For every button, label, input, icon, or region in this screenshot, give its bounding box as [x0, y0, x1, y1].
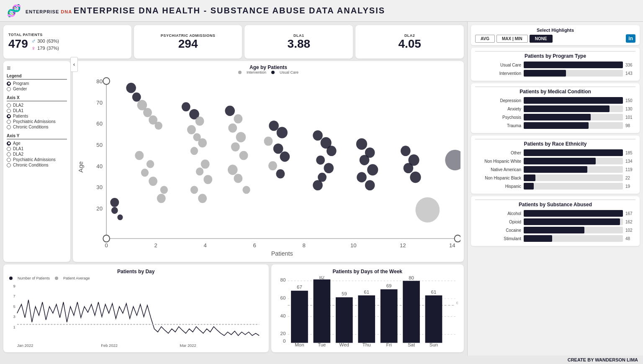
svg-text:20: 20: [96, 205, 103, 212]
svg-text:80: 80: [96, 78, 103, 85]
svg-point-50: [231, 142, 240, 151]
svg-text:2: 2: [154, 242, 157, 248]
svg-rect-116: [380, 289, 397, 343]
track-psychosis: [524, 114, 623, 120]
week-svg: 80 60 40 20 0: [277, 276, 458, 349]
svg-point-80: [445, 150, 460, 170]
axisx-dla2[interactable]: DLA2: [7, 103, 67, 108]
btn-avg[interactable]: AVG: [475, 35, 495, 43]
svg-text:0: 0: [105, 242, 108, 248]
value-opioid: 162: [625, 220, 635, 224]
substance-section-title: Patients by Substance Abused: [475, 200, 635, 208]
value-nonhispblack: 22: [625, 176, 635, 180]
hamburger-icon[interactable]: ≡: [7, 64, 67, 72]
svg-text:Thu: Thu: [362, 343, 370, 347]
left-panel: TOTAL PATIENTS 479 ♂ 300 (63%) ♀ 179 (37…: [0, 22, 467, 356]
btn-max-min[interactable]: MAX | MIN: [496, 35, 528, 43]
axisx-psych[interactable]: Psychiatric Admissions: [7, 119, 67, 124]
track-usual-care: [524, 62, 623, 68]
svg-text:3: 3: [13, 314, 15, 319]
legend-gender[interactable]: Gender: [7, 87, 67, 91]
axisx-patients[interactable]: Patients: [7, 114, 67, 118]
label-trauma: Trauma: [475, 123, 521, 128]
bar-row-nonhispblack: Non Hispanic Black 22: [475, 174, 635, 181]
track-alcohol: [524, 210, 623, 217]
bar-row-trauma: Trauma 98: [475, 122, 635, 129]
label-alcohol: Alcohol: [475, 211, 521, 216]
svg-text:14: 14: [449, 242, 455, 248]
bar-row-depression: Depression 150: [475, 97, 635, 104]
kpi-dla1-value: 3.88: [249, 38, 348, 51]
line-chart-legend: Number of Patients Patient Average: [9, 276, 263, 280]
svg-text:Wed: Wed: [339, 343, 349, 347]
svg-text:Sun: Sun: [429, 343, 437, 347]
svg-text:Age: Age: [77, 161, 84, 173]
fill-hispanic: [524, 183, 534, 190]
label-nonhispblack: Non Hispanic Black: [475, 176, 521, 180]
svg-point-82: [103, 235, 110, 242]
label-other: Other: [475, 151, 521, 155]
kpi-dla2-value: 4.05: [360, 38, 459, 51]
axisx-chronic[interactable]: Chronic Conditions: [7, 125, 67, 129]
radio-dla1-x: [7, 109, 11, 113]
label-stimulant: Stimulant: [475, 236, 521, 241]
btn-none[interactable]: NONE: [530, 35, 553, 43]
svg-point-46: [225, 106, 235, 116]
axisy-dla1[interactable]: DLA1: [7, 146, 67, 151]
track-opioid: [524, 218, 623, 225]
medical-section-title: Patients by Medical Condition: [475, 87, 635, 95]
line-avg-dot: [55, 277, 58, 280]
scatter-legend: Intervention Usual Care: [76, 70, 460, 74]
svg-point-71: [360, 155, 370, 165]
svg-point-30: [141, 169, 149, 177]
svg-point-21: [117, 215, 123, 220]
axisy-psych[interactable]: Psychiatric Admissions: [7, 157, 67, 162]
svg-rect-113: [358, 295, 375, 343]
linkedin-icon[interactable]: in: [626, 34, 635, 43]
svg-text:Mar 2022: Mar 2022: [180, 343, 196, 348]
svg-point-39: [198, 138, 207, 148]
line-chart-area: 9 7 5 3 1 Jan 2022 Feb 2022 Mar 2022: [9, 282, 263, 349]
svg-point-33: [157, 194, 166, 203]
axisy-chronic[interactable]: Chronic Conditions: [7, 163, 67, 167]
usual-care-legend-dot: [271, 71, 275, 74]
track-stimulant: [524, 235, 623, 242]
radio-psych-x: [7, 120, 11, 124]
legend-title: Legend: [7, 74, 67, 79]
axis-y-title: Axis Y: [7, 133, 67, 139]
svg-text:60: 60: [280, 296, 285, 300]
svg-text:20: 20: [280, 331, 285, 336]
bar-row-cocaine: Cocaine 102: [475, 227, 635, 233]
svg-text:80: 80: [280, 278, 285, 282]
svg-text:8: 8: [303, 242, 306, 248]
track-nonhispblack: [524, 174, 623, 181]
radio-chronic-y: [7, 163, 11, 167]
collapse-arrow[interactable]: ‹: [70, 57, 78, 72]
svg-point-54: [242, 186, 250, 194]
logo-dna: DNA: [61, 9, 72, 14]
legend-program[interactable]: Program: [7, 81, 67, 86]
kpi-psychiatric: PSYCHIATRIC ADMISSIONS 294: [134, 25, 242, 59]
svg-point-29: [147, 160, 154, 168]
bar-row-nonhispwhite: Non Hispanic White 134: [475, 158, 635, 164]
kpi-female-row: ♀ 179 (37%): [31, 45, 59, 51]
svg-text:70: 70: [96, 100, 103, 106]
bar-row-alcohol: Alcohol 167: [475, 210, 635, 217]
axisy-dla2[interactable]: DLA2: [7, 152, 67, 156]
fill-alcohol: [524, 210, 623, 217]
kpi-row: TOTAL PATIENTS 479 ♂ 300 (63%) ♀ 179 (37…: [3, 25, 464, 59]
svg-point-27: [155, 122, 162, 130]
svg-text:59: 59: [341, 292, 347, 296]
label-opioid: Opioid: [475, 220, 521, 224]
value-other: 185: [625, 151, 635, 155]
svg-point-75: [401, 146, 411, 156]
track-other: [524, 149, 623, 156]
svg-rect-122: [425, 295, 442, 343]
svg-rect-107: [313, 279, 330, 343]
legend-gender-label: Gender: [13, 87, 27, 91]
svg-point-45: [198, 194, 207, 203]
axisy-age[interactable]: Age: [7, 141, 67, 146]
svg-point-61: [276, 169, 285, 178]
axisx-dla1[interactable]: DLA1: [7, 108, 67, 113]
dna-icon: 🧬: [7, 4, 21, 18]
